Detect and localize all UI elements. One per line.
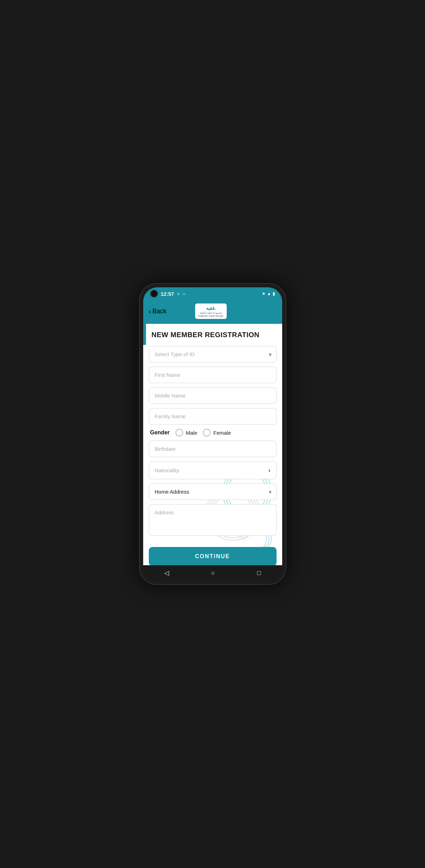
form-container: Select Type of ID National ID Passport I… — [149, 346, 277, 565]
bottom-nav: ◁ ○ □ — [143, 565, 282, 581]
logo-container: فقيه. مجموعة فقيه الطبية Fakeeh Care Gro… — [195, 303, 227, 319]
recents-nav-button[interactable]: □ — [250, 567, 268, 580]
address-input[interactable] — [149, 504, 277, 536]
status-left: 12:57 ⊙ ▭ — [150, 290, 186, 298]
home-nav-button[interactable]: ○ — [204, 567, 222, 580]
media-icon: ⊙ — [177, 292, 180, 296]
status-bar: 12:57 ⊙ ▭ ★ ▲ ▮ — [143, 287, 282, 300]
female-label: Female — [213, 430, 231, 436]
gender-female-option[interactable]: Female — [203, 429, 231, 436]
family-name-field — [149, 408, 277, 425]
phone-frame: 12:57 ⊙ ▭ ★ ▲ ▮ ‹ Back فقيه. مجموعة فقيه… — [139, 283, 286, 585]
family-name-input[interactable] — [149, 408, 277, 425]
home-address-field: Home Address Work Address Other ▾ — [149, 483, 277, 500]
logo-arabic-text: فقيه. — [206, 306, 216, 311]
male-radio[interactable] — [175, 429, 183, 436]
continue-button[interactable]: CONTINUE — [149, 547, 277, 565]
back-label: Back — [152, 308, 166, 315]
phone-screen: 12:57 ⊙ ▭ ★ ▲ ▮ ‹ Back فقيه. مجموعة فقيه… — [143, 287, 282, 581]
home-address-select[interactable]: Home Address Work Address Other — [149, 483, 277, 500]
gender-row: Gender Male Female — [149, 429, 277, 436]
accent-bar — [143, 324, 146, 345]
birthdate-input[interactable] — [149, 441, 277, 457]
logo-subtitle-english: Fakeeh Care Group — [199, 314, 224, 318]
battery-icon: ▮ — [273, 291, 275, 296]
header-bar: ‹ Back فقيه. مجموعة فقيه الطبية Fakeeh C… — [143, 300, 282, 324]
status-time: 12:57 — [161, 291, 174, 297]
first-name-field — [149, 367, 277, 383]
nationality-arrow-icon: › — [268, 467, 271, 474]
id-type-field: Select Type of ID National ID Passport I… — [149, 346, 277, 362]
wifi-icon: ★ — [262, 291, 266, 296]
female-radio[interactable] — [203, 429, 211, 436]
status-icons-right: ★ ▲ ▮ — [262, 291, 275, 296]
birthdate-field — [149, 441, 277, 457]
gender-male-option[interactable]: Male — [175, 429, 198, 436]
address-field — [149, 504, 277, 537]
back-chevron-icon: ‹ — [149, 307, 151, 315]
camera — [150, 290, 158, 298]
first-name-input[interactable] — [149, 367, 277, 383]
form-card: NEW MEMBER REGISTRATION Select Type of I… — [143, 324, 282, 565]
middle-name-input[interactable] — [149, 387, 277, 404]
back-nav-button[interactable]: ◁ — [157, 566, 176, 580]
nationality-placeholder: Nationality — [155, 467, 179, 473]
gender-label: Gender — [150, 429, 170, 436]
id-type-select[interactable]: Select Type of ID National ID Passport I… — [149, 346, 277, 362]
middle-name-field — [149, 387, 277, 404]
male-label: Male — [186, 430, 198, 436]
nationality-field: Nationality › — [149, 461, 277, 479]
page-title: NEW MEMBER REGISTRATION — [152, 331, 277, 339]
notification-icon: ▭ — [182, 292, 186, 296]
signal-icon: ▲ — [267, 291, 271, 296]
back-button[interactable]: ‹ Back — [149, 307, 167, 315]
main-content: NEW MEMBER REGISTRATION Select Type of I… — [143, 324, 282, 565]
nationality-selector[interactable]: Nationality › — [149, 461, 277, 479]
logo-subtitle-arabic: مجموعة فقيه الطبية — [199, 311, 224, 314]
